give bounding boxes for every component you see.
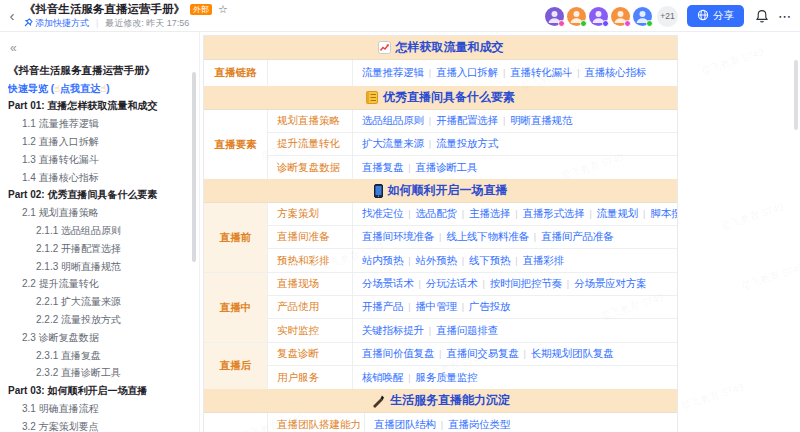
doc-link[interactable]: 扩大流量来源	[362, 137, 424, 151]
collaborators-count-badge[interactable]: +21	[657, 6, 678, 27]
doc-link[interactable]: 选品组品原则	[362, 114, 424, 128]
toc-item[interactable]: 2.1.1 选品组品原则	[8, 222, 199, 240]
topic-cell: 直播现场	[268, 273, 353, 295]
more-menu-icon[interactable]: ⋯	[778, 9, 792, 24]
toc-item[interactable]: 2.2.1 扩大流量来源	[8, 293, 199, 311]
collapse-sidebar-icon[interactable]: «	[10, 41, 17, 55]
doc-link[interactable]: 直播核心指标	[584, 66, 646, 80]
toc-item[interactable]: 1.3 直播转化漏斗	[8, 151, 199, 169]
toc-item[interactable]: 2.2 提升流量转化	[8, 276, 199, 294]
doc-link[interactable]: 分场景应对方案	[574, 277, 646, 291]
doc-link[interactable]: 分场景话术	[362, 277, 414, 291]
doc-link[interactable]: 直播转化漏斗	[510, 66, 572, 80]
toc-item[interactable]: 2.1 规划直播策略	[8, 204, 199, 222]
toc-item[interactable]: 快速导览 (☝点我直达☝)	[8, 80, 199, 98]
toc-item[interactable]: 2.3.1 直播复盘	[8, 347, 199, 365]
link-separator: |	[577, 68, 579, 78]
topic-cell: 用户服务	[268, 366, 353, 389]
doc-link[interactable]: 流量投放方式	[436, 137, 498, 151]
section-header: 生活服务直播能力沉淀	[204, 389, 677, 413]
doc-link[interactable]: 直播团队结构	[374, 418, 436, 432]
row-group: 直播要素规划直播策略选品组品原则|开播配置选择|明晰直播规范提升流量转化扩大流量…	[204, 110, 677, 179]
toc-item[interactable]: 1.4 直播核心指标	[8, 169, 199, 187]
link-separator: |	[462, 209, 464, 219]
topic-cell: 方案策划	[268, 203, 353, 225]
doc-link[interactable]: 站内预热	[362, 254, 403, 268]
sidebar-scrollbar[interactable]	[192, 72, 196, 262]
table-section: 优秀直播间具备什么要素直播要素规划直播策略选品组品原则|开播配置选择|明晰直播规…	[204, 86, 677, 179]
doc-link[interactable]: 广告投放	[469, 300, 510, 314]
collaborator-avatar[interactable]	[567, 7, 586, 26]
group-label-cell: 直播前	[204, 203, 268, 272]
doc-link[interactable]: 开播配置选择	[436, 114, 498, 128]
doc-link[interactable]: 脚本撰写	[650, 207, 677, 221]
document-scrollbar[interactable]	[794, 60, 798, 130]
collaborator-avatar[interactable]	[611, 7, 630, 26]
toc-item[interactable]: 2.3.2 直播诊断工具	[8, 365, 199, 383]
doc-link[interactable]: 主播选择	[469, 207, 510, 221]
doc-link[interactable]: 直播间环境准备	[362, 230, 434, 244]
doc-link[interactable]: 直播间价值复盘	[362, 347, 434, 361]
doc-link[interactable]: 直播岗位类型	[448, 418, 510, 432]
table-row: 产品使用开播产品|播中管理|广告投放	[268, 296, 677, 319]
collaborator-avatar[interactable]	[545, 7, 564, 26]
link-separator: |	[419, 279, 421, 289]
share-button[interactable]: 分享	[687, 5, 744, 27]
doc-link[interactable]: 按时间把控节奏	[490, 277, 562, 291]
toc-item[interactable]: 2.1.2 开播配置选择	[8, 240, 199, 258]
toc-item[interactable]: 1.1 流量推荐逻辑	[8, 115, 199, 133]
toc-item[interactable]: 3.2 方案策划要点	[8, 418, 199, 432]
doc-link[interactable]: 直播彩排	[523, 254, 564, 268]
doc-link[interactable]: 流量推荐逻辑	[362, 66, 424, 80]
toc-item[interactable]: 3.1 明确直播流程	[8, 400, 199, 418]
last-modified: 最近修改: 昨天 17:56	[105, 17, 189, 30]
topbar: ‹ 《抖音生活服务直播运营手册》 外部 ☆ 添加快捷方式 | 最近修改: 昨天 …	[0, 0, 800, 32]
group-label-cell: 直播后	[204, 343, 268, 389]
add-shortcut-button[interactable]: 添加快捷方式	[24, 17, 89, 30]
group-label-cell	[204, 413, 268, 432]
doc-link[interactable]: 选品配货	[416, 207, 457, 221]
doc-link[interactable]: 直播复盘	[362, 161, 403, 175]
doc-link[interactable]: 直播间产品准备	[541, 230, 613, 244]
table-row: 规划直播策略选品组品原则|开播配置选择|明晰直播规范	[268, 110, 677, 133]
doc-link[interactable]: 关键指标提升	[362, 324, 424, 338]
toc-item[interactable]: 2.3 诊断复盘数据	[8, 329, 199, 347]
doc-link[interactable]: 找准定位	[362, 207, 403, 221]
topic-cell: 规划直播策略	[268, 110, 353, 132]
status-dot	[624, 20, 631, 27]
doc-link[interactable]: 分玩法话术	[426, 277, 478, 291]
doc-link[interactable]: 核销唤醒	[362, 371, 403, 385]
doc-link[interactable]: 服务质量监控	[416, 371, 478, 385]
toc-item[interactable]: Part 01: 直播怎样获取流量和成交	[8, 98, 199, 116]
toc-item[interactable]: 《抖音生活服务直播运营手册》	[8, 62, 199, 80]
back-icon[interactable]: ‹	[0, 0, 24, 32]
doc-link[interactable]: 开播产品	[362, 300, 403, 314]
link-separator: |	[429, 116, 431, 126]
toc-item[interactable]: 1.2 直播入口拆解	[8, 133, 199, 151]
collaborator-avatar[interactable]	[633, 7, 652, 26]
collaborator-avatar[interactable]	[589, 7, 608, 26]
doc-link[interactable]: 线下预热	[469, 254, 510, 268]
toc-item[interactable]: 2.2.2 流量投放方式	[8, 311, 199, 329]
doc-link[interactable]: 直播诊断工具	[416, 161, 478, 175]
notification-bell-icon[interactable]	[755, 9, 769, 23]
star-icon[interactable]: ☆	[218, 3, 228, 16]
group-label-cell: 直播要素	[204, 110, 268, 179]
doc-link[interactable]: 长期规划团队复盘	[531, 347, 613, 361]
doc-link[interactable]: 直播问题排查	[436, 324, 498, 338]
doc-link[interactable]: 站外预热	[416, 254, 457, 268]
toc-item[interactable]: Part 02: 优秀直播间具备什么要素	[8, 187, 199, 205]
links-cell: 关键指标提升|直播问题排查	[353, 319, 677, 342]
toc-item[interactable]: Part 03: 如何顺利开启一场直播	[8, 382, 199, 400]
links-cell: 开播产品|播中管理|广告投放	[353, 296, 677, 318]
link-separator: |	[408, 373, 410, 383]
doc-link[interactable]: 线上线下物料准备	[446, 230, 528, 244]
doc-link[interactable]: 直播间交易复盘	[446, 347, 518, 361]
doc-link[interactable]: 直播入口拆解	[436, 66, 498, 80]
doc-link[interactable]: 流量规划	[597, 207, 638, 221]
toc-item[interactable]: 2.1.3 明晰直播规范	[8, 258, 199, 276]
doc-link[interactable]: 明晰直播规范	[510, 114, 572, 128]
doc-link[interactable]: 播中管理	[416, 300, 457, 314]
chart-icon	[378, 41, 391, 54]
doc-link[interactable]: 直播形式选择	[523, 207, 585, 221]
